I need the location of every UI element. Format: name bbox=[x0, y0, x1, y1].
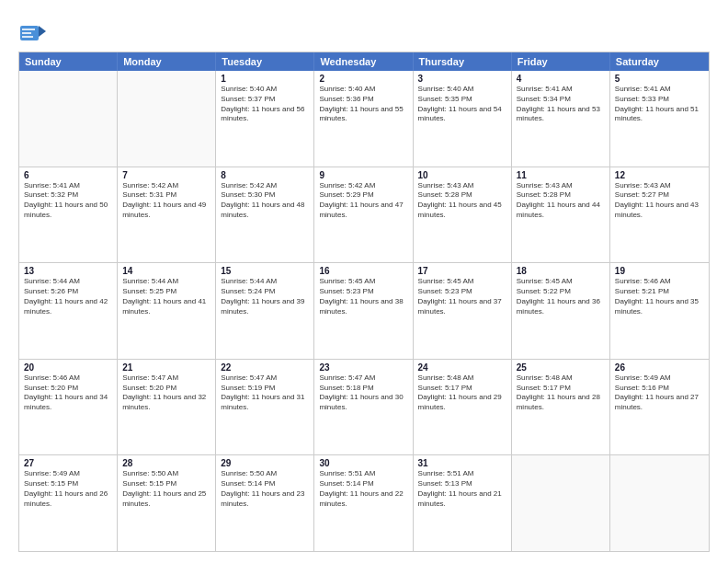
sun-info: Sunrise: 5:43 AMSunset: 5:28 PMDaylight:… bbox=[517, 181, 605, 221]
sun-info: Sunrise: 5:44 AMSunset: 5:24 PMDaylight:… bbox=[221, 277, 309, 316]
calendar-week-5: 27Sunrise: 5:49 AMSunset: 5:15 PMDayligh… bbox=[19, 454, 709, 551]
calendar-cell: 6Sunrise: 5:41 AMSunset: 5:32 PMDaylight… bbox=[19, 167, 118, 263]
calendar-cell: 2Sunrise: 5:40 AMSunset: 5:36 PMDaylight… bbox=[314, 71, 413, 167]
svg-rect-3 bbox=[22, 32, 31, 34]
calendar-cell: 25Sunrise: 5:48 AMSunset: 5:17 PMDayligh… bbox=[512, 360, 610, 455]
calendar-cell: 11Sunrise: 5:43 AMSunset: 5:28 PMDayligh… bbox=[512, 167, 610, 263]
calendar-cell: 7Sunrise: 5:42 AMSunset: 5:31 PMDaylight… bbox=[118, 167, 216, 263]
calendar-cell: 23Sunrise: 5:47 AMSunset: 5:18 PMDayligh… bbox=[314, 360, 413, 455]
day-number: 25 bbox=[517, 362, 605, 373]
sun-info: Sunrise: 5:41 AMSunset: 5:32 PMDaylight:… bbox=[24, 181, 112, 221]
calendar-cell: 19Sunrise: 5:46 AMSunset: 5:21 PMDayligh… bbox=[610, 263, 709, 359]
day-number: 12 bbox=[615, 170, 704, 180]
sun-info: Sunrise: 5:40 AMSunset: 5:35 PMDaylight:… bbox=[418, 85, 506, 124]
day-number: 7 bbox=[122, 170, 210, 180]
sun-info: Sunrise: 5:46 AMSunset: 5:21 PMDaylight:… bbox=[615, 277, 704, 316]
calendar-cell: 10Sunrise: 5:43 AMSunset: 5:28 PMDayligh… bbox=[414, 167, 512, 263]
sun-info: Sunrise: 5:45 AMSunset: 5:23 PMDaylight:… bbox=[418, 277, 506, 316]
sun-info: Sunrise: 5:51 AMSunset: 5:14 PMDaylight:… bbox=[319, 469, 407, 509]
calendar-cell bbox=[19, 71, 118, 167]
calendar-cell: 9Sunrise: 5:42 AMSunset: 5:29 PMDaylight… bbox=[314, 167, 413, 263]
sun-info: Sunrise: 5:40 AMSunset: 5:37 PMDaylight:… bbox=[221, 85, 309, 124]
day-number: 10 bbox=[418, 170, 506, 180]
calendar-cell: 18Sunrise: 5:45 AMSunset: 5:22 PMDayligh… bbox=[512, 263, 610, 359]
sun-info: Sunrise: 5:46 AMSunset: 5:20 PMDaylight:… bbox=[24, 373, 112, 413]
calendar-week-4: 20Sunrise: 5:46 AMSunset: 5:20 PMDayligh… bbox=[19, 359, 709, 455]
sun-info: Sunrise: 5:47 AMSunset: 5:18 PMDaylight:… bbox=[319, 373, 407, 413]
day-number: 21 bbox=[122, 362, 210, 373]
day-number: 20 bbox=[24, 362, 112, 373]
sun-info: Sunrise: 5:41 AMSunset: 5:33 PMDaylight:… bbox=[615, 85, 704, 124]
calendar-cell: 28Sunrise: 5:50 AMSunset: 5:15 PMDayligh… bbox=[118, 455, 216, 551]
calendar-week-3: 13Sunrise: 5:44 AMSunset: 5:26 PMDayligh… bbox=[19, 262, 709, 359]
calendar-cell: 4Sunrise: 5:41 AMSunset: 5:34 PMDaylight… bbox=[512, 71, 610, 167]
calendar-cell: 29Sunrise: 5:50 AMSunset: 5:14 PMDayligh… bbox=[216, 455, 314, 551]
calendar-cell bbox=[118, 71, 216, 167]
calendar-cell: 26Sunrise: 5:49 AMSunset: 5:16 PMDayligh… bbox=[610, 360, 709, 455]
sun-info: Sunrise: 5:48 AMSunset: 5:17 PMDaylight:… bbox=[517, 373, 605, 413]
day-number: 4 bbox=[517, 74, 605, 84]
header-day-sunday: Sunday bbox=[19, 52, 118, 71]
calendar-week-1: 1Sunrise: 5:40 AMSunset: 5:37 PMDaylight… bbox=[19, 71, 709, 167]
day-number: 1 bbox=[221, 74, 309, 84]
day-number: 14 bbox=[122, 266, 210, 276]
calendar-cell: 27Sunrise: 5:49 AMSunset: 5:15 PMDayligh… bbox=[19, 455, 118, 551]
calendar-cell: 20Sunrise: 5:46 AMSunset: 5:20 PMDayligh… bbox=[19, 360, 118, 455]
sun-info: Sunrise: 5:43 AMSunset: 5:27 PMDaylight:… bbox=[615, 181, 704, 221]
calendar-cell: 3Sunrise: 5:40 AMSunset: 5:35 PMDaylight… bbox=[414, 71, 512, 167]
day-number: 27 bbox=[24, 458, 112, 468]
calendar-cell: 21Sunrise: 5:47 AMSunset: 5:20 PMDayligh… bbox=[118, 360, 216, 455]
sun-info: Sunrise: 5:50 AMSunset: 5:15 PMDaylight:… bbox=[122, 469, 210, 509]
logo bbox=[18, 18, 48, 44]
calendar-cell: 31Sunrise: 5:51 AMSunset: 5:13 PMDayligh… bbox=[414, 455, 512, 551]
page: SundayMondayTuesdayWednesdayThursdayFrid… bbox=[0, 0, 728, 563]
day-number: 30 bbox=[319, 458, 407, 468]
day-number: 17 bbox=[418, 266, 506, 276]
day-number: 24 bbox=[418, 362, 506, 373]
calendar-cell: 14Sunrise: 5:44 AMSunset: 5:25 PMDayligh… bbox=[118, 263, 216, 359]
sun-info: Sunrise: 5:47 AMSunset: 5:19 PMDaylight:… bbox=[221, 373, 309, 413]
day-number: 18 bbox=[517, 266, 605, 276]
sun-info: Sunrise: 5:51 AMSunset: 5:13 PMDaylight:… bbox=[418, 469, 506, 509]
sun-info: Sunrise: 5:50 AMSunset: 5:14 PMDaylight:… bbox=[221, 469, 309, 509]
header-day-wednesday: Wednesday bbox=[314, 52, 413, 71]
sun-info: Sunrise: 5:45 AMSunset: 5:22 PMDaylight:… bbox=[517, 277, 605, 316]
calendar-cell bbox=[512, 455, 610, 551]
calendar-cell: 5Sunrise: 5:41 AMSunset: 5:33 PMDaylight… bbox=[610, 71, 709, 167]
logo-icon bbox=[18, 18, 44, 44]
calendar-body: 1Sunrise: 5:40 AMSunset: 5:37 PMDaylight… bbox=[19, 71, 709, 551]
day-number: 23 bbox=[319, 362, 407, 373]
calendar-cell: 1Sunrise: 5:40 AMSunset: 5:37 PMDaylight… bbox=[216, 71, 314, 167]
sun-info: Sunrise: 5:49 AMSunset: 5:15 PMDaylight:… bbox=[24, 469, 112, 509]
calendar-cell: 16Sunrise: 5:45 AMSunset: 5:23 PMDayligh… bbox=[314, 263, 413, 359]
calendar-cell: 13Sunrise: 5:44 AMSunset: 5:26 PMDayligh… bbox=[19, 263, 118, 359]
calendar: SundayMondayTuesdayWednesdayThursdayFrid… bbox=[18, 52, 710, 552]
svg-marker-1 bbox=[39, 26, 46, 37]
calendar-week-2: 6Sunrise: 5:41 AMSunset: 5:32 PMDaylight… bbox=[19, 167, 709, 263]
calendar-cell: 22Sunrise: 5:47 AMSunset: 5:19 PMDayligh… bbox=[216, 360, 314, 455]
sun-info: Sunrise: 5:43 AMSunset: 5:28 PMDaylight:… bbox=[418, 181, 506, 221]
header-day-saturday: Saturday bbox=[610, 52, 709, 71]
calendar-cell: 8Sunrise: 5:42 AMSunset: 5:30 PMDaylight… bbox=[216, 167, 314, 263]
day-number: 9 bbox=[319, 170, 407, 180]
svg-rect-2 bbox=[22, 29, 35, 30]
header-day-friday: Friday bbox=[512, 52, 610, 71]
header-day-monday: Monday bbox=[118, 52, 216, 71]
sun-info: Sunrise: 5:41 AMSunset: 5:34 PMDaylight:… bbox=[517, 85, 605, 124]
day-number: 22 bbox=[221, 362, 309, 373]
calendar-cell: 24Sunrise: 5:48 AMSunset: 5:17 PMDayligh… bbox=[414, 360, 512, 455]
calendar-header: SundayMondayTuesdayWednesdayThursdayFrid… bbox=[19, 52, 709, 71]
sun-info: Sunrise: 5:47 AMSunset: 5:20 PMDaylight:… bbox=[122, 373, 210, 413]
day-number: 2 bbox=[319, 74, 407, 84]
sun-info: Sunrise: 5:48 AMSunset: 5:17 PMDaylight:… bbox=[418, 373, 506, 413]
day-number: 19 bbox=[615, 266, 704, 276]
header-day-thursday: Thursday bbox=[414, 52, 512, 71]
calendar-cell: 15Sunrise: 5:44 AMSunset: 5:24 PMDayligh… bbox=[216, 263, 314, 359]
day-number: 31 bbox=[418, 458, 506, 468]
sun-info: Sunrise: 5:40 AMSunset: 5:36 PMDaylight:… bbox=[319, 85, 407, 124]
day-number: 29 bbox=[221, 458, 309, 468]
day-number: 16 bbox=[319, 266, 407, 276]
calendar-cell: 30Sunrise: 5:51 AMSunset: 5:14 PMDayligh… bbox=[314, 455, 413, 551]
header bbox=[18, 15, 710, 44]
calendar-cell bbox=[610, 455, 709, 551]
